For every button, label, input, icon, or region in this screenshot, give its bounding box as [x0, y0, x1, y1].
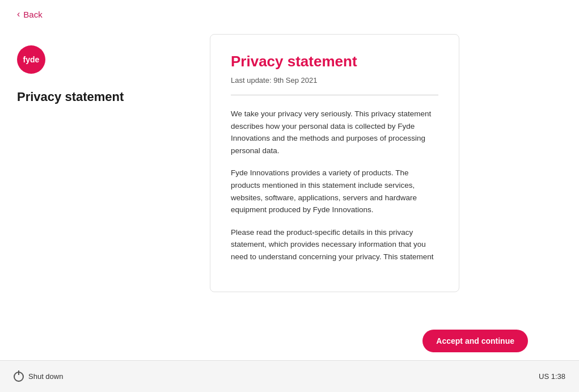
- main-content: ‹ Back fyde Privacy statement Privacy st…: [0, 0, 579, 392]
- accept-and-continue-button[interactable]: Accept and continue: [422, 330, 528, 352]
- back-chevron-icon: ‹: [17, 9, 20, 19]
- fyde-logo: fyde: [17, 45, 45, 74]
- page-title: Privacy statement: [17, 90, 124, 104]
- privacy-divider: [231, 95, 438, 95]
- accept-btn-container: Accept and continue: [422, 330, 528, 352]
- privacy-body: We take your privacy very seriously. Thi…: [231, 108, 438, 263]
- top-bar: ‹ Back: [0, 0, 579, 28]
- shutdown-label: Shut down: [28, 372, 63, 381]
- shutdown-button[interactable]: Shut down: [14, 372, 63, 382]
- back-label: Back: [23, 10, 42, 19]
- privacy-paragraph-2: Fyde Innovations provides a variety of p…: [231, 167, 438, 216]
- privacy-last-update: Last update: 9th Sep 2021: [231, 76, 438, 85]
- privacy-paragraph-3: Please read the product-specific details…: [231, 226, 438, 263]
- privacy-card-title: Privacy statement: [231, 53, 438, 70]
- privacy-card: Privacy statement Last update: 9th Sep 2…: [210, 34, 459, 292]
- left-panel: fyde Privacy statement: [17, 34, 187, 104]
- logo-text: fyde: [23, 55, 40, 64]
- bottom-bar: Shut down US 1:38: [0, 360, 579, 392]
- privacy-paragraph-1: We take your privacy very seriously. Thi…: [231, 108, 438, 157]
- back-link[interactable]: ‹ Back: [17, 9, 43, 19]
- shutdown-icon: [14, 372, 24, 382]
- system-info: US 1:38: [539, 372, 565, 381]
